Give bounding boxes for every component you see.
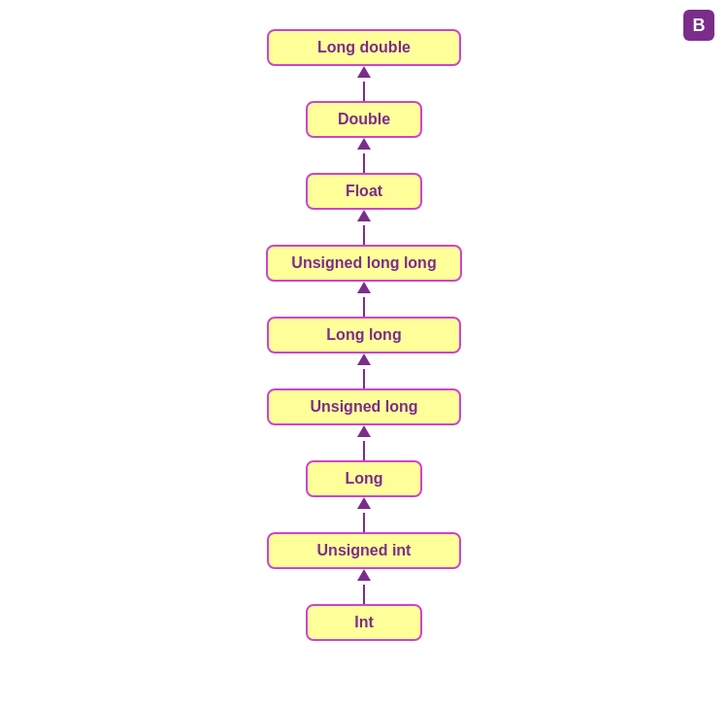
arrow-head-icon [357,569,371,581]
arrow-line [363,153,365,173]
type-box-long-long: Long long [267,317,461,354]
type-box-unsigned-long: Unsigned long [267,388,461,425]
arrow-0 [357,66,371,101]
arrow-head-icon [357,425,371,437]
logo-letter: B [693,16,706,36]
arrow-line [363,513,365,532]
arrow-head-icon [357,354,371,365]
type-box-int: Int [306,604,422,641]
arrow-line [363,585,365,604]
arrow-head-icon [357,497,371,509]
arrow-5 [357,425,371,460]
arrow-1 [357,138,371,173]
arrow-7 [357,569,371,604]
type-box-double: Double [306,101,422,138]
arrow-3 [357,282,371,317]
arrow-6 [357,497,371,532]
arrow-2 [357,210,371,245]
arrow-line [363,225,365,245]
type-box-long: Long [306,460,422,497]
type-box-long-double: Long double [267,29,461,66]
arrow-head-icon [357,138,371,150]
logo-icon: B [683,10,714,41]
arrow-line [363,82,365,101]
diagram: Long doubleDoubleFloatUnsigned long long… [0,0,728,641]
arrow-line [363,441,365,460]
arrow-4 [357,354,371,388]
arrow-head-icon [357,282,371,293]
arrow-line [363,369,365,388]
arrow-head-icon [357,66,371,78]
type-box-float: Float [306,173,422,210]
logo: B [683,10,718,41]
arrow-line [363,297,365,317]
type-box-unsigned-int: Unsigned int [267,532,461,569]
type-box-unsigned-long-long: Unsigned long long [266,245,461,282]
arrow-head-icon [357,210,371,221]
